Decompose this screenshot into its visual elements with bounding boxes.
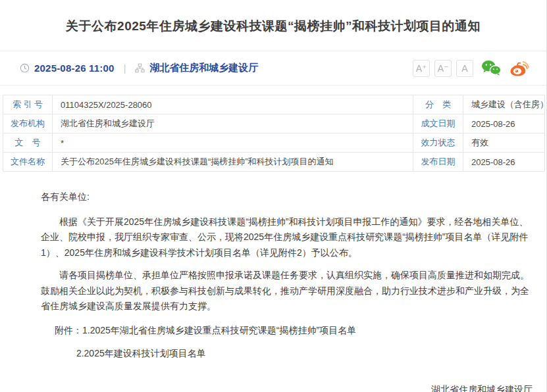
table-row: 文件名称 关于公布2025年住房城乡建设科技课题“揭榜挂帅”和科技计划项目的通知… — [3, 153, 545, 172]
wechat-share-icon[interactable] — [481, 60, 502, 76]
validity-status-value: 有效 — [463, 134, 545, 153]
table-row: 发布机构 湖北省住房和城乡建设厅 成文日期 2025-08-26 — [3, 114, 545, 134]
salutation: 各有关单位: — [41, 189, 537, 205]
issuing-agency-label: 发布机构 — [3, 114, 53, 134]
body-paragraph: 请各项目揭榜单位、承担单位严格按照申报承诺及课题任务要求，认真组织实施，确保项目… — [41, 268, 537, 314]
category-label: 分 类 — [413, 95, 463, 114]
doc-name-label: 文件名称 — [3, 153, 53, 172]
page-title: 关于公布2025年住房城乡建设科技课题“揭榜挂帅”和科技计划项目的通知 — [0, 0, 546, 35]
index-number-label: 索 引 号 — [3, 95, 53, 114]
written-date-value: 2025-08-26 — [463, 114, 545, 134]
attachment-line-1: 附件：1.2025年湖北省住房城乡建设重点科技研究课题“揭榜挂帅”项目名单 — [41, 323, 537, 339]
publish-date-label: 发布日期 — [413, 153, 463, 172]
document-page: 关于公布2025年住房城乡建设科技课题“揭榜挂帅”和科技计划项目的通知 2025… — [0, 0, 547, 392]
publish-date-value: 2025-08-26 — [463, 153, 545, 172]
divider — [0, 85, 546, 86]
category-value: 城乡建设（含住房） — [463, 95, 545, 114]
meta-bar: 2025-08-26 11:00 | 湖北省住房和城乡建设厅 A⁺ A⁻ A — [0, 51, 546, 85]
meta-separator: | — [124, 63, 126, 74]
meta-info: 2025-08-26 11:00 | 湖北省住房和城乡建设厅 — [20, 62, 258, 74]
written-date-label: 成文日期 — [413, 114, 463, 134]
font-decrease-button[interactable]: A⁻ — [434, 60, 452, 77]
table-row: 文 号 * 效力状态 有效 — [3, 134, 545, 153]
doc-number-value: * — [53, 134, 413, 153]
weibo-share-icon[interactable] — [509, 60, 529, 77]
doc-number-label: 文 号 — [3, 134, 53, 153]
sitemap-icon — [135, 63, 145, 73]
document-info-table: 索 引 号 01104325X/2025-28060 分 类 城乡建设（含住房）… — [3, 95, 545, 172]
document-body: 各有关单位: 根据《关于开展2025年住房城乡建设科技课题“揭榜挂帅”和科技计划… — [0, 189, 546, 392]
index-number-value: 01104325X/2025-28060 — [53, 95, 413, 114]
body-paragraph: 根据《关于开展2025年住房城乡建设科技课题“揭榜挂帅”和科技计划项目申报工作的… — [41, 214, 537, 261]
font-increase-button[interactable]: A⁺ — [413, 60, 430, 77]
font-reset-button[interactable]: A — [456, 60, 473, 77]
table-row: 索 引 号 01104325X/2025-28060 分 类 城乡建设（含住房） — [3, 95, 545, 114]
meta-tools: A⁺ A⁻ A — [408, 60, 529, 77]
signature-department: 湖北省住房和城乡建设厅 — [41, 382, 537, 392]
issuing-agency-value: 湖北省住房和城乡建设厅 — [53, 114, 413, 134]
validity-status-label: 效力状态 — [413, 134, 463, 153]
publish-datetime: 2025-08-26 11:00 — [34, 62, 115, 74]
doc-name-value: 关于公布2025年住房城乡建设科技课题“揭榜挂帅”和科技计划项目的通知 — [53, 153, 413, 172]
attachment-line-2: 2.2025年建设科技计划项目名单 — [41, 346, 537, 362]
source-department-link[interactable]: 湖北省住房和城乡建设厅 — [149, 62, 258, 74]
clock-icon — [20, 63, 30, 73]
